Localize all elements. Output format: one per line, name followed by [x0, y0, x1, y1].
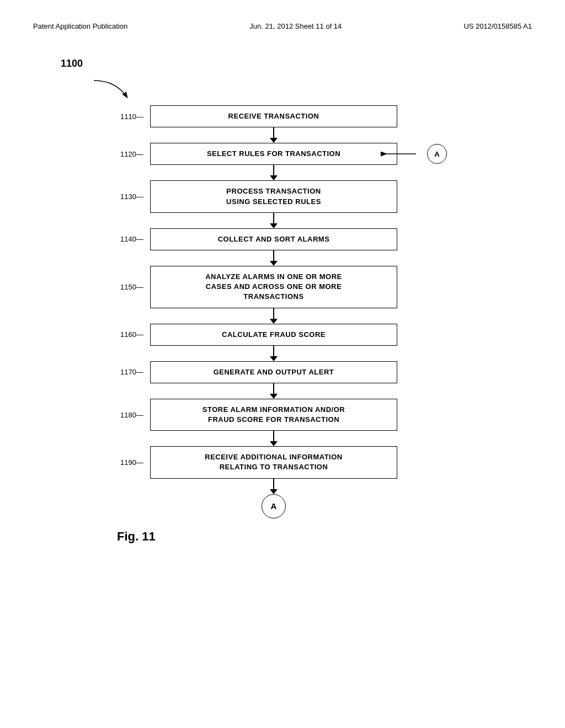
step-box-1180: STORE ALARM INFORMATION AND/ORFRAUD SCOR…	[150, 399, 397, 431]
a-connector-right: A	[383, 143, 447, 165]
title-arrow-svg	[88, 75, 143, 103]
arrow-1190-a	[270, 479, 278, 494]
page-header: Patent Application Publication Jun. 21, …	[33, 22, 532, 30]
circle-a-bottom: A	[262, 494, 286, 518]
step-label-1130: 1130—	[110, 192, 143, 201]
step-label-1150: 1150—	[110, 283, 143, 291]
step-label-1110: 1110—	[110, 113, 143, 121]
arrow-1130-1140	[270, 213, 278, 228]
step-box-1170: GENERATE AND OUTPUT ALERT	[150, 361, 397, 383]
step-box-1160: CALCULATE FRAUD SCORE	[150, 324, 397, 346]
header-right: US 2012/0158585 A1	[463, 22, 532, 30]
step-row-1140: 1140— COLLECT AND SORT ALARMS	[110, 228, 397, 250]
arrow-1120-1130	[270, 165, 278, 180]
arrow-1160-1170	[270, 346, 278, 361]
arrow-1140-1150	[270, 250, 278, 266]
step-label-1190: 1190—	[110, 458, 143, 467]
step-row-1190: 1190— RECEIVE ADDITIONAL INFORMATIONRELA…	[110, 446, 397, 478]
step-row-1130: 1130— PROCESS TRANSACTIONUSING SELECTED …	[110, 180, 397, 212]
figure-label: Fig. 11	[117, 529, 156, 544]
arrow-1110-1120	[270, 127, 278, 143]
step-row-1150: 1150— ANALYZE ALARMS IN ONE OR MORECASES…	[110, 266, 397, 308]
a-arrow-svg	[383, 143, 427, 165]
step-label-1170: 1170—	[110, 368, 143, 376]
step-row-1160: 1160— CALCULATE FRAUD SCORE	[110, 324, 397, 346]
arrow-1180-1190	[270, 431, 278, 446]
step-box-1110: RECEIVE TRANSACTION	[150, 105, 397, 127]
step-box-1130: PROCESS TRANSACTIONUSING SELECTED RULES	[150, 180, 397, 212]
header-center: Jun. 21, 2012 Sheet 11 of 14	[249, 22, 342, 30]
step-row-1120: 1120— SELECT RULES FOR TRANSACTION A	[110, 143, 397, 165]
step-row-1180: 1180— STORE ALARM INFORMATION AND/ORFRAU…	[110, 399, 397, 431]
step-label-1140: 1140—	[110, 235, 143, 243]
arrow-1150-1160	[270, 308, 278, 324]
step-label-1180: 1180—	[110, 411, 143, 419]
step-box-1140: COLLECT AND SORT ALARMS	[150, 228, 397, 250]
diagram-title: 1100	[61, 58, 83, 69]
diagram-container: 1100 1110— RECEIVE TRANSACTION 1120— SEL…	[33, 52, 532, 544]
step-box-1190: RECEIVE ADDITIONAL INFORMATIONRELATING T…	[150, 446, 397, 478]
header-left: Patent Application Publication	[33, 22, 127, 30]
step-row-1110: 1110— RECEIVE TRANSACTION	[110, 105, 397, 127]
step-label-1120: 1120—	[110, 150, 143, 158]
step-row-1170: 1170— GENERATE AND OUTPUT ALERT	[110, 361, 397, 383]
step-box-1150: ANALYZE ALARMS IN ONE OR MORECASES AND A…	[150, 266, 397, 308]
arrow-1170-1180	[270, 383, 278, 399]
step-label-1160: 1160—	[110, 330, 143, 339]
page: Patent Application Publication Jun. 21, …	[0, 0, 565, 728]
flow-wrapper: 1110— RECEIVE TRANSACTION 1120— SELECT R…	[110, 105, 397, 518]
circle-a-top: A	[427, 144, 447, 164]
step-box-1120: SELECT RULES FOR TRANSACTION	[150, 143, 397, 165]
